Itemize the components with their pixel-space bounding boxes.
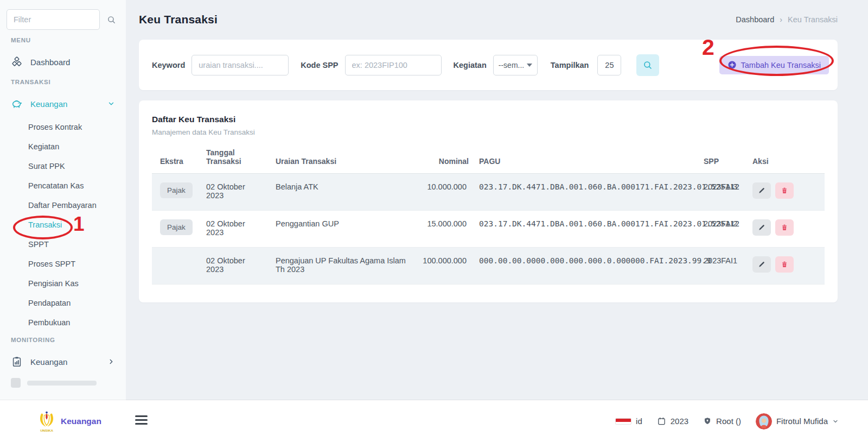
locale-label: id (636, 416, 642, 426)
breadcrumb: Dashboard › Keu Transaksi (736, 15, 838, 24)
page-title: Keu Transaksi (139, 13, 218, 26)
sidebar-section-monitoring: MONITORING (11, 337, 126, 343)
sidebar-item-transaksi[interactable]: Transaksi (0, 215, 126, 235)
cell-pagu: 023.17.DK.4471.DBA.001.060.BA.000171.FAI… (471, 211, 695, 248)
sidebar-item-dashboard[interactable]: Dashboard (0, 52, 126, 72)
keyword-label: Keyword (152, 61, 185, 70)
delete-button[interactable] (775, 256, 794, 273)
sidebar-item-kegiatan[interactable]: Kegiatan (0, 137, 126, 156)
keyword-input[interactable] (192, 55, 289, 75)
tampilkan-label: Tampilkan (551, 61, 589, 70)
sidebar-item-pendapatan[interactable]: Pendapatan (0, 293, 126, 313)
sidebar-item-label: Keuangan (30, 357, 100, 367)
add-button-label: Tambah Keu Transaksi (741, 61, 821, 70)
sidebar-section-menu: MENU (11, 37, 126, 43)
avatar (756, 413, 772, 430)
sidebar-item-pengisian-kas[interactable]: Pengisian Kas (0, 274, 126, 293)
sidebar-item-label: Dashboard (30, 58, 115, 67)
edit-button[interactable] (752, 256, 771, 273)
filter-card: Keyword Kode SPP Kegiatan --sem... Tampi… (139, 40, 838, 90)
pencil-icon (758, 261, 765, 268)
col-nominal: Nominal (412, 145, 471, 174)
cell-tanggal: 02 Oktober 2023 (198, 248, 267, 285)
cell-nominal: 10.000.000 (412, 174, 471, 211)
sidebar-submenu: Proses Kontrak Kegiatan Surat PPK Pencat… (0, 117, 126, 332)
col-aksi: Aksi (744, 145, 825, 174)
piggy-bank-icon (11, 98, 23, 110)
calendar-icon (657, 416, 666, 426)
cell-tanggal: 02 Oktober 2023 (198, 211, 267, 248)
bottom-navbar: UNSIKA Keuangan id 2023 (0, 400, 868, 442)
sidebar-filter-input[interactable] (7, 9, 100, 30)
sidebar-item-sppt[interactable]: SPPT (0, 235, 126, 254)
shield-icon (703, 416, 712, 426)
sidebar-item-proses-kontrak[interactable]: Proses Kontrak (0, 117, 126, 137)
hamburger-menu-icon[interactable] (135, 415, 148, 427)
sidebar-section-transaksi: TRANSAKSI (11, 79, 126, 85)
caret-down-icon (527, 64, 532, 67)
trash-icon (781, 261, 788, 268)
sidebar-item-pembukuan[interactable]: Pembukuan (0, 313, 126, 332)
search-button[interactable] (636, 54, 659, 76)
sidebar-item-pencatatan-kas[interactable]: Pencatatan Kas (0, 176, 126, 195)
table-row: 02 Oktober 2023 Pengajuan UP Fakultas Ag… (152, 248, 825, 285)
cell-spp: 2023FAI3 (695, 174, 744, 211)
breadcrumb-separator: › (780, 15, 782, 24)
clipboard-chart-icon (11, 356, 23, 368)
cell-pagu: 000.00.00.0000.000.000.000.0.000000.FAI.… (471, 248, 695, 285)
add-keu-transaksi-button[interactable]: Tambah Keu Transaksi (719, 56, 829, 74)
kegiatan-select-value: --sem... (499, 61, 524, 70)
table-row: Pajak 02 Oktober 2023 Penggantian GUP 15… (152, 211, 825, 248)
locale-switcher[interactable]: id (615, 416, 642, 426)
brand[interactable]: UNSIKA Keuangan (37, 410, 101, 433)
sidebar-item-keuangan[interactable]: Keuangan (0, 94, 126, 113)
user-name: Fitrotul Mufida (776, 416, 828, 426)
trash-icon (781, 224, 788, 231)
pencil-icon (758, 187, 765, 194)
table-header-row: Ekstra Tanggal Transaksi Uraian Transaks… (152, 145, 825, 174)
role-indicator[interactable]: Root () (703, 416, 741, 426)
kode-spp-label: Kode SPP (301, 61, 338, 70)
indonesia-flag-icon (615, 418, 631, 425)
sidebar-item-proses-sppt[interactable]: Proses SPPT (0, 254, 126, 274)
kegiatan-label: Kegiatan (454, 61, 487, 70)
search-icon (643, 60, 653, 70)
kode-spp-input[interactable] (345, 55, 442, 75)
tampilkan-input[interactable] (597, 55, 621, 75)
sidebar-item-daftar-pembayaran[interactable]: Daftar Pembayaran (0, 195, 126, 215)
kegiatan-select[interactable]: --sem... (493, 55, 538, 75)
cell-uraian: Pengajuan UP Fakultas Agama Islam Th 202… (267, 248, 412, 285)
cell-uraian: Belanja ATK (267, 174, 412, 211)
breadcrumb-dashboard[interactable]: Dashboard (736, 15, 774, 24)
user-menu[interactable]: Fitrotul Mufida (756, 413, 839, 430)
trash-icon (781, 187, 788, 194)
col-tanggal: Tanggal Transaksi (198, 145, 267, 174)
list-card: Daftar Keu Transaksi Manajemen data Keu … (139, 100, 838, 302)
chevron-down-icon (107, 100, 115, 108)
sidebar-item-surat-ppk[interactable]: Surat PPK (0, 156, 126, 176)
pencil-icon (758, 224, 765, 231)
sidebar-item-label: Keuangan (30, 99, 100, 109)
edit-button[interactable] (752, 219, 771, 236)
main-content: Keu Transaksi Dashboard › Keu Transaksi … (126, 0, 868, 400)
sidebar-item-monitoring-keuangan[interactable]: Keuangan (0, 352, 126, 371)
col-ekstra: Ekstra (152, 145, 198, 174)
edit-button[interactable] (752, 182, 771, 199)
cell-pagu: 023.17.DK.4471.DBA.001.060.BA.000171.FAI… (471, 174, 695, 211)
year-label: 2023 (671, 416, 688, 426)
delete-button[interactable] (775, 219, 794, 236)
plus-circle-icon (727, 60, 737, 70)
search-icon[interactable] (107, 15, 116, 24)
unsika-logo-icon: UNSIKA (37, 410, 56, 433)
ekstra-badge: Pajak (160, 219, 193, 235)
col-pagu: PAGU (471, 145, 695, 174)
role-label: Root () (716, 416, 741, 426)
year-selector[interactable]: 2023 (657, 416, 688, 426)
col-uraian: Uraian Transaksi (267, 145, 412, 174)
list-subtitle: Manajemen data Keu Transaksi (152, 128, 825, 136)
brand-name: Keuangan (61, 416, 101, 426)
sidebar: MENU Dashboard TRANSAKSI Keuangan (0, 0, 126, 400)
delete-button[interactable] (775, 182, 794, 199)
table-row: Pajak 02 Oktober 2023 Belanja ATK 10.000… (152, 174, 825, 211)
cell-spp: 2023FAI2 (695, 211, 744, 248)
